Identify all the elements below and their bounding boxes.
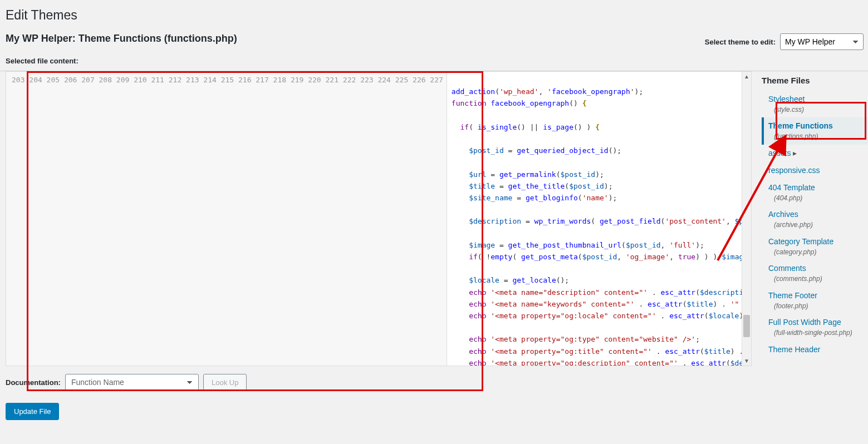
file-item-assets[interactable]: assets bbox=[762, 145, 868, 162]
documentation-select[interactable]: Function Name bbox=[65, 374, 199, 391]
documentation-row: Documentation: Function Name Look Up bbox=[0, 366, 868, 395]
vertical-scrollbar[interactable]: ▲ ▼ bbox=[742, 72, 751, 366]
file-name: 404 Template bbox=[768, 183, 815, 192]
scroll-track[interactable] bbox=[742, 81, 751, 356]
file-item-theme-footer[interactable]: Theme Footer(footer.php) bbox=[762, 287, 868, 314]
update-file-button[interactable]: Update File bbox=[6, 403, 59, 420]
file-item-comments[interactable]: Comments(comments.php) bbox=[762, 260, 868, 287]
lookup-button[interactable]: Look Up bbox=[203, 374, 247, 391]
file-name: Theme Footer bbox=[768, 291, 817, 300]
file-path: (archive.php) bbox=[768, 221, 865, 230]
file-name: Comments bbox=[768, 264, 806, 273]
theme-select-dropdown[interactable]: My WP Helper bbox=[780, 33, 864, 50]
file-name: assets bbox=[768, 149, 797, 157]
scroll-up-arrow[interactable]: ▲ bbox=[742, 72, 751, 81]
file-item-theme-header[interactable]: Theme Header bbox=[762, 341, 868, 358]
line-numbers: 203 204 205 206 207 208 209 210 211 212 … bbox=[6, 72, 447, 366]
documentation-label: Documentation: bbox=[6, 378, 61, 387]
file-path: (category.php) bbox=[768, 248, 865, 257]
code-editor[interactable]: 203 204 205 206 207 208 209 210 211 212 … bbox=[6, 71, 752, 366]
scroll-down-arrow[interactable]: ▼ bbox=[742, 356, 751, 366]
file-name: Archives bbox=[768, 210, 798, 219]
content-label: Selected file content: bbox=[0, 50, 868, 67]
file-item-stylesheet[interactable]: Stylesheet(style.css) bbox=[762, 91, 868, 117]
theme-select-label: Select theme to edit: bbox=[705, 38, 776, 46]
file-item-404-template[interactable]: 404 Template(404.php) bbox=[762, 179, 868, 206]
file-path: (comments.php) bbox=[768, 275, 865, 284]
file-name: Theme Header bbox=[768, 345, 820, 354]
file-list: Stylesheet(style.css)Theme Functions(fun… bbox=[762, 91, 868, 358]
page-title: Edit Themes bbox=[0, 0, 868, 23]
file-name: responsive.css bbox=[768, 166, 820, 175]
file-path: (footer.php) bbox=[768, 302, 865, 311]
file-name: Stylesheet bbox=[768, 95, 805, 103]
file-item-archives[interactable]: Archives(archive.php) bbox=[762, 206, 868, 233]
sidebar-title: Theme Files bbox=[762, 71, 868, 91]
file-name: Theme Functions bbox=[768, 121, 833, 130]
file-item-category-template[interactable]: Category Template(category.php) bbox=[762, 233, 868, 260]
file-path: (full-width-single-post.php) bbox=[768, 329, 865, 338]
file-item-responsive-css[interactable]: responsive.css bbox=[762, 162, 868, 179]
file-name: Category Template bbox=[768, 237, 833, 246]
file-path: (404.php) bbox=[768, 194, 865, 203]
file-path: (functions.php) bbox=[768, 132, 865, 141]
file-path: (style.css) bbox=[768, 106, 865, 115]
code-content[interactable]: add_action('wp_head', 'facebook_opengrap… bbox=[447, 72, 751, 366]
scroll-thumb[interactable] bbox=[743, 315, 750, 337]
theme-files-sidebar: Theme Files Stylesheet(style.css)Theme F… bbox=[752, 71, 868, 366]
file-item-theme-functions[interactable]: Theme Functions(functions.php) bbox=[762, 117, 868, 144]
file-name: Full Post Width Page bbox=[768, 318, 841, 327]
file-item-full-post-width-page[interactable]: Full Post Width Page(full-width-single-p… bbox=[762, 314, 868, 341]
theme-selector: Select theme to edit: My WP Helper bbox=[705, 33, 864, 50]
